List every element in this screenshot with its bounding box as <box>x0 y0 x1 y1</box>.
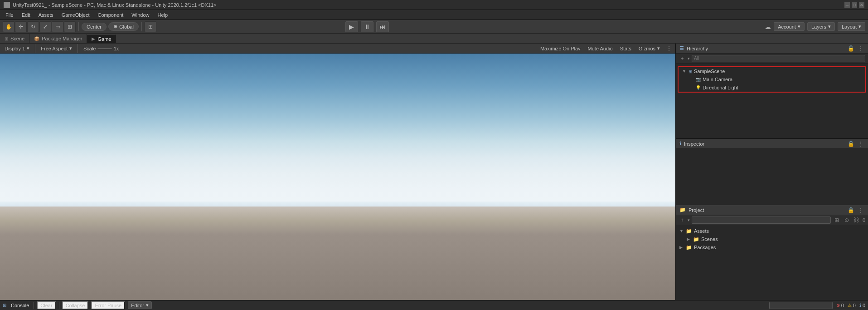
transform-tool-button[interactable]: ⊞ <box>64 21 76 32</box>
tab-scene[interactable]: ⊞ Scene <box>0 34 29 43</box>
scale-slider-icon: ──── <box>97 46 112 51</box>
scale-control[interactable]: Scale ──── 1x <box>82 45 121 52</box>
no-arrow-2: ▶ <box>690 85 694 90</box>
title-bar: UnityTest0921_ - SampleScene - PC, Mac &… <box>0 0 868 10</box>
project-icon-btn-2[interactable]: ⊙ <box>843 216 851 224</box>
menu-gameobject[interactable]: GameObject <box>58 11 93 19</box>
global-label: Global <box>119 24 134 30</box>
play-controls: ▶ ⏸ ⏭ <box>345 21 389 32</box>
game-tab-icon: ▶ <box>92 36 95 41</box>
scale-tool-button[interactable]: ⤢ <box>39 21 51 32</box>
no-arrow: ▶ <box>690 77 694 82</box>
error-count-icon: ⊗ <box>836 303 840 308</box>
project-add-button[interactable]: + <box>679 217 686 224</box>
close-button[interactable]: ✕ <box>859 2 864 8</box>
layout-dropdown[interactable]: Layout ▾ <box>838 22 865 31</box>
editor-dropdown[interactable]: Editor ▾ <box>128 301 152 309</box>
menu-window[interactable]: Window <box>128 11 153 19</box>
game-toolbar-more-button[interactable]: ⋮ <box>665 45 673 52</box>
project-scenes-label: Scenes <box>701 236 718 242</box>
menu-assets[interactable]: Assets <box>35 11 57 19</box>
rect-tool-button[interactable]: ▭ <box>52 21 63 32</box>
center-toggle[interactable]: Center <box>82 23 107 31</box>
scenes-folder-icon: 📁 <box>693 236 699 242</box>
packages-expand-icon: ▶ <box>679 245 684 250</box>
project-item-assets[interactable]: ▼ 📁 Assets <box>676 227 868 235</box>
project-lock-button[interactable]: 🔒 <box>847 207 854 214</box>
display-chevron-icon: ▾ <box>27 45 29 51</box>
play-button[interactable]: ▶ <box>345 21 358 32</box>
tab-game[interactable]: ▶ Game <box>87 34 116 43</box>
content-area: Display 1 ▾ Free Aspect ▾ Scale ──── 1x … <box>0 44 868 300</box>
console-tab[interactable]: Console <box>9 302 31 309</box>
menu-edit[interactable]: Edit <box>18 11 34 19</box>
hierarchy-add-button[interactable]: + <box>679 55 686 62</box>
maximize-button[interactable]: □ <box>852 2 857 8</box>
clear-button[interactable]: Clear <box>37 301 56 310</box>
project-link-count: 0 <box>863 217 865 223</box>
unity-logo-icon <box>4 2 10 8</box>
gizmos-button[interactable]: Gizmos ▾ <box>637 45 662 52</box>
display-label: Display 1 <box>5 46 25 51</box>
project-add-chevron[interactable]: ▾ <box>688 218 690 222</box>
scene-ground <box>0 207 675 300</box>
error-count: ⊗ 0 <box>836 303 844 308</box>
menu-help[interactable]: Help <box>154 11 171 19</box>
hierarchy-lock-button[interactable]: 🔓 <box>847 45 854 52</box>
tab-scene-label: Scene <box>10 36 24 41</box>
aspect-label: Free Aspect <box>41 46 68 51</box>
hierarchy-item-label: SampleScene <box>694 69 725 74</box>
tab-package-manager[interactable]: 📦 Package Manager <box>29 34 87 43</box>
grid-button[interactable]: ⊞ <box>145 21 156 32</box>
game-toolbar-right: Maximize On Play Mute Audio Stats Gizmos… <box>538 45 673 52</box>
error-pause-button[interactable]: Error Pause <box>91 301 125 310</box>
project-search-input[interactable] <box>692 217 831 224</box>
inspector-more-button[interactable]: ⋮ <box>857 140 864 148</box>
aspect-chevron-icon: ▾ <box>69 45 72 51</box>
hierarchy-selection-group: ▼ ⊞ SampleScene ▶ 📷 Main Camera ▶ <box>678 66 866 93</box>
move-tool-button[interactable]: ✛ <box>15 21 27 32</box>
light-icon: 💡 <box>696 85 701 90</box>
hierarchy-search-input[interactable] <box>692 55 865 62</box>
minimize-button[interactable]: ─ <box>844 2 850 8</box>
inspector-lock-button[interactable]: 🔓 <box>847 140 854 148</box>
window-controls: ─ □ ✕ <box>844 2 864 8</box>
project-item-scenes[interactable]: ▶ 📁 Scenes <box>676 235 868 243</box>
project-icon-btn-1[interactable]: ⊞ <box>833 216 841 224</box>
display-selector[interactable]: Display 1 ▾ <box>3 45 31 52</box>
project-title: Project <box>689 207 704 213</box>
collapse-button[interactable]: Collapse <box>62 301 89 310</box>
console-search-input[interactable] <box>769 302 833 309</box>
console-title: Console <box>11 303 29 308</box>
hand-tool-button[interactable]: ✋ <box>3 21 15 32</box>
project-icon-btn-3[interactable]: ⛓ <box>853 216 861 224</box>
hierarchy-item-samplescene[interactable]: ▼ ⊞ SampleScene <box>679 67 865 75</box>
warning-count: ⚠ 0 <box>848 303 856 308</box>
stats-button[interactable]: Stats <box>618 45 633 52</box>
project-item-packages[interactable]: ▶ 📁 Packages <box>676 243 868 251</box>
aspect-selector[interactable]: Free Aspect ▾ <box>39 45 74 52</box>
rotate-tool-button[interactable]: ↻ <box>27 21 39 32</box>
global-toggle[interactable]: ⊕ Global <box>108 22 139 31</box>
console-bottom-right: ⊗ 0 ⚠ 0 ℹ 0 <box>769 302 865 309</box>
pause-button[interactable]: ⏸ <box>361 21 373 32</box>
menu-component[interactable]: Component <box>94 11 127 19</box>
camera-icon: 📷 <box>696 77 701 82</box>
scene-tab-icon: ⊞ <box>5 36 8 41</box>
layers-dropdown[interactable]: Layers ▾ <box>807 22 835 31</box>
project-more-button[interactable]: ⋮ <box>857 207 864 214</box>
info-count: ℹ 0 <box>859 303 865 308</box>
hierarchy-add-chevron[interactable]: ▾ <box>688 56 690 61</box>
hierarchy-item-directional-light[interactable]: ▶ 💡 Directional Light <box>679 84 865 92</box>
account-dropdown[interactable]: Account ▾ <box>774 22 805 31</box>
mute-audio-button[interactable]: Mute Audio <box>586 45 615 52</box>
menu-file[interactable]: File <box>2 11 17 19</box>
hierarchy-more-button[interactable]: ⋮ <box>857 45 864 52</box>
toolbar-separator-1 <box>78 22 79 31</box>
hierarchy-item-main-camera[interactable]: ▶ 📷 Main Camera <box>679 75 865 84</box>
maximize-on-play-button[interactable]: Maximize On Play <box>538 45 582 52</box>
step-button[interactable]: ⏭ <box>376 21 389 32</box>
game-viewport <box>0 54 675 300</box>
cloud-icon[interactable]: ☁ <box>765 23 771 30</box>
gizmos-chevron-icon: ▾ <box>657 45 660 51</box>
